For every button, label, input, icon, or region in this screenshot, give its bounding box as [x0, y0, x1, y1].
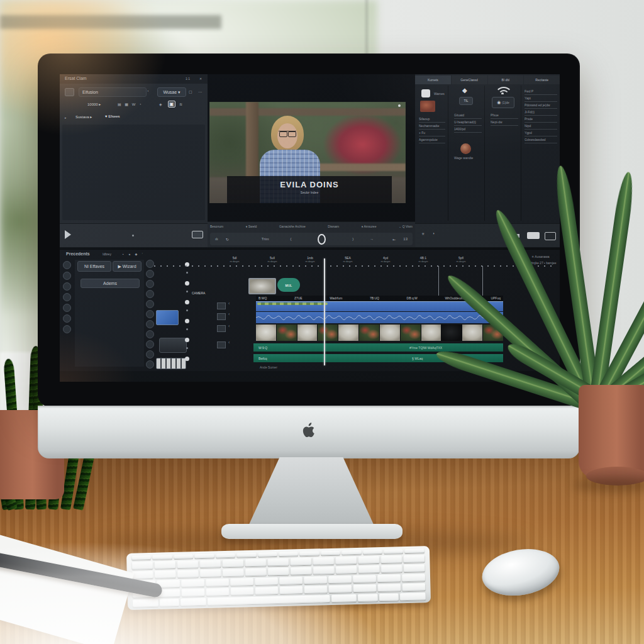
- tool-icon[interactable]: [146, 340, 154, 348]
- selected-view-icon[interactable]: ▣: [168, 101, 175, 108]
- timeline-ruler[interactable]: 5dlm:dwgm5ullm:dwgm1mbm:dwgm5EAm:dwgm4yd…: [154, 256, 557, 270]
- project-menu-button[interactable]: Wusae ▾: [157, 87, 186, 97]
- tree-location-label[interactable]: ♥ Efsees: [105, 114, 120, 118]
- filter-icon[interactable]: ◔: [147, 89, 149, 93]
- media-type-icon[interactable]: [421, 89, 430, 97]
- tree-item-label[interactable]: Sustava ▸: [75, 114, 92, 119]
- track-header-icon[interactable]: [217, 341, 226, 348]
- tool-icon[interactable]: [63, 272, 71, 280]
- bracket-open-button[interactable]: (: [290, 237, 291, 241]
- tree-expander-icon[interactable]: ▸: [65, 116, 67, 119]
- tool-icon[interactable]: [63, 325, 71, 333]
- bin-icon[interactable]: ▢: [189, 89, 192, 94]
- timeline-media-panel[interactable]: [75, 260, 144, 367]
- avatar[interactable]: [460, 143, 471, 154]
- droplet-icon[interactable]: ◗: [433, 231, 435, 235]
- track-header-icon[interactable]: [217, 325, 226, 332]
- keyframe-dot[interactable]: [185, 357, 189, 361]
- loop-icon[interactable]: ↻: [226, 237, 229, 242]
- volume-slider[interactable]: [132, 235, 134, 236]
- keyframe-dot[interactable]: [186, 272, 188, 274]
- filmstrip-frame[interactable]: [462, 325, 482, 341]
- keyframe-dot[interactable]: [185, 281, 189, 286]
- tool-icon[interactable]: [63, 293, 71, 301]
- view-mode-icons[interactable]: ▤ ▦ W ◔: [118, 102, 143, 106]
- filmstrip-frame[interactable]: [297, 325, 318, 341]
- track-video-1[interactable]: [256, 301, 503, 311]
- track-header-icon[interactable]: [217, 313, 226, 320]
- keyframe-dot[interactable]: [185, 338, 189, 342]
- tool-icon[interactable]: [146, 330, 154, 338]
- levels-icon[interactable]: ılı: [215, 237, 218, 241]
- track-audio-1[interactable]: W:9:Q #Yme TQfW WdAqTXX: [253, 343, 503, 352]
- mini-clip-thumb[interactable]: [248, 278, 276, 294]
- tool-icon[interactable]: [146, 300, 154, 308]
- eye-badge[interactable]: ◉ (1)de: [492, 97, 514, 108]
- track-collapse-icon[interactable]: ‹: [228, 340, 230, 345]
- step-count[interactable]: 13: [403, 237, 408, 241]
- filmstrip-frame[interactable]: [441, 325, 462, 341]
- track-audio-waveform[interactable]: [256, 312, 503, 323]
- keyframe-dot[interactable]: [186, 309, 188, 311]
- keyframe-dot[interactable]: [185, 319, 189, 323]
- go-to-end-icon[interactable]: ⇤: [392, 237, 396, 242]
- filmstrip-frame[interactable]: [318, 325, 338, 341]
- filmstrip-frame[interactable]: [380, 325, 400, 341]
- close-icon[interactable]: ✕: [199, 77, 202, 80]
- filmstrip-frame[interactable]: [401, 325, 421, 341]
- list-icon[interactable]: ≋: [179, 102, 182, 106]
- keyframe-dot[interactable]: [186, 291, 188, 292]
- speaker-icon[interactable]: [65, 230, 75, 239]
- tool-icon[interactable]: [146, 310, 154, 318]
- filmstrip-frame[interactable]: [277, 325, 297, 341]
- tool-icon[interactable]: [146, 270, 154, 278]
- track-collapse-icon[interactable]: ‹: [228, 301, 230, 306]
- track-collapse-icon[interactable]: ‹: [228, 312, 230, 316]
- track-header-icon[interactable]: [217, 303, 226, 309]
- clip-thumb-blue[interactable]: [156, 310, 179, 325]
- gear-icon[interactable]: ✳: [421, 231, 425, 236]
- inspector-tab[interactable]: Bl dbl: [488, 75, 524, 84]
- search-input[interactable]: Eifusion: [79, 87, 147, 97]
- trim-button[interactable]: Trim: [262, 237, 269, 241]
- overflow-icon[interactable]: ⋯: [198, 89, 202, 94]
- filmstrip-frame[interactable]: [359, 325, 379, 341]
- media-thumbnail[interactable]: [420, 101, 435, 112]
- playhead[interactable]: [324, 258, 325, 365]
- media-bin-empty[interactable]: [62, 125, 205, 220]
- inspector-tab[interactable]: Kumets: [415, 75, 451, 84]
- clip-thumb-filmstrip[interactable]: [156, 358, 186, 369]
- folder-icon[interactable]: [65, 88, 74, 96]
- tool-icon[interactable]: [146, 350, 154, 358]
- til-badge[interactable]: TIL: [459, 97, 473, 105]
- tool-icon[interactable]: [146, 260, 154, 268]
- skip-icon[interactable]: →: [370, 237, 374, 241]
- adens-button[interactable]: Adems: [80, 279, 140, 288]
- effects-button[interactable]: NI Effaves: [77, 261, 111, 272]
- diamond-icon[interactable]: ◆: [462, 87, 467, 94]
- wizard-button[interactable]: ▶ Wizard: [113, 261, 142, 272]
- keyframe-dot[interactable]: [186, 347, 188, 349]
- monitor-icon[interactable]: [192, 231, 203, 238]
- program-monitor[interactable]: EVILA DOINS Seulor Indee: [209, 102, 406, 203]
- clip-thumb-gray[interactable]: [159, 338, 187, 353]
- filmstrip-frame[interactable]: [338, 325, 358, 341]
- tool-icon[interactable]: [146, 280, 154, 288]
- tool-icon[interactable]: [63, 261, 71, 269]
- filmstrip-frame[interactable]: [421, 325, 441, 341]
- tool-icon[interactable]: [146, 320, 154, 328]
- wifi-icon[interactable]: [494, 86, 511, 94]
- tool-icon[interactable]: [146, 290, 154, 298]
- keyframe-dot[interactable]: [185, 300, 189, 304]
- mute-pill[interactable]: MUL: [277, 278, 300, 292]
- track-video-filmstrip[interactable]: [256, 325, 503, 341]
- play-button[interactable]: [318, 234, 326, 245]
- tool-icon[interactable]: [63, 304, 71, 312]
- timeline-header-icons[interactable]: ▪ ● ◆ ʼ: [123, 252, 145, 256]
- inspector-tab[interactable]: GeneClassd: [452, 75, 487, 84]
- grid-icon[interactable]: ◈: [159, 102, 162, 106]
- tool-icon[interactable]: [63, 282, 71, 291]
- timeline-menu-label[interactable]: Idbrey: [103, 252, 111, 256]
- filmstrip-frame[interactable]: [256, 325, 276, 341]
- keyframe-dot[interactable]: [186, 328, 188, 330]
